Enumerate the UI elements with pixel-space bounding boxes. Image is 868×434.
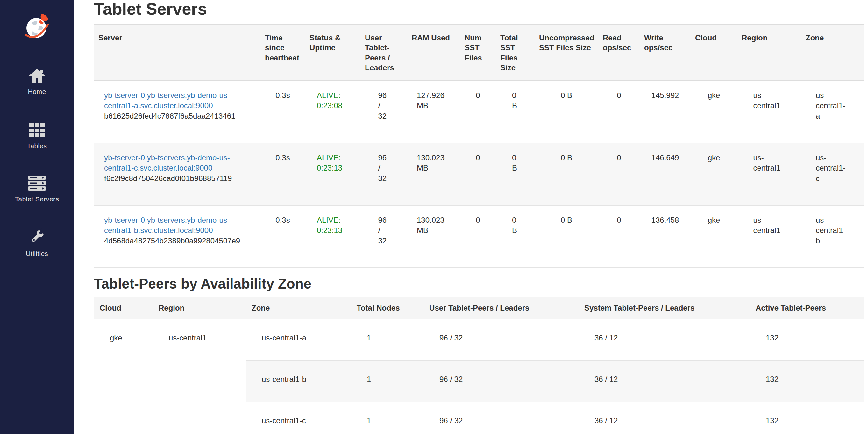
cell-az-user-peers: 96 / 32 [424,319,579,361]
cell-cloud: gke [691,143,737,205]
cell-zone: us-central1-a [801,80,864,143]
cell-uncompressed-sst: 0 B [535,205,598,268]
cell-zone: us-central1-b [801,205,864,268]
cell-az-cloud: gke [94,319,153,434]
tserver-header-row: Server Time since heartbeat Status & Upt… [94,25,864,80]
cell-read-ops: 0 [598,143,640,205]
cell-read-ops: 0 [598,205,640,268]
az-section-title: Tablet-Peers by Availability Zone [94,276,864,292]
tserver-uuid: b61625d26fed4c7887f6a5daa2413461 [104,111,256,121]
col-uncompressed-sst: Uncompressed SST Files Size [535,25,598,80]
cell-az-total-nodes: 1 [351,402,424,434]
cell-status: ALIVE: 0:23:08 [305,80,361,143]
tserver-link[interactable]: yb-tserver-0.yb-tservers.yb-demo-us-cent… [104,215,254,236]
cell-az-zone: us-central1-c [246,402,351,434]
cell-server: yb-tserver-0.yb-tservers.yb-demo-us-cent… [94,205,260,268]
cell-cloud: gke [691,80,737,143]
cell-heartbeat: 0.3s [260,205,305,268]
cell-az-user-peers: 96 / 32 [424,402,579,434]
col-cloud: Cloud [691,25,737,80]
sidebar-item-label: Home [28,88,46,96]
col-user-peers: User Tablet-Peers / Leaders [361,25,407,80]
cell-user-peers: 96 / 32 [361,80,407,143]
tables-icon [28,123,45,139]
cell-status: ALIVE: 0:23:13 [305,205,361,268]
col-ram: RAM Used [407,25,460,80]
az-row: gke us-central1 us-central1-a 1 96 / 32 … [94,319,864,361]
cell-az-zone: us-central1-b [246,361,351,402]
col-az-system-peers: System Tablet-Peers / Leaders [579,297,750,319]
sidebar-item-label: Utilities [26,250,48,258]
cell-ram: 127.926 MB [407,80,460,143]
col-az-total-nodes: Total Nodes [351,297,424,319]
tserver-link[interactable]: yb-tserver-0.yb-tservers.yb-demo-us-cent… [104,153,254,173]
cell-az-user-peers: 96 / 32 [424,361,579,402]
cell-az-system-peers: 36 / 12 [579,361,750,402]
cell-az-zone: us-central1-a [246,319,351,361]
cell-user-peers: 96 / 32 [361,143,407,205]
col-region: Region [737,25,801,80]
col-total-sst: Total SST Files Size [496,25,535,80]
cell-total-sst: 0 B [496,143,535,205]
cell-ram: 130.023 MB [407,143,460,205]
cell-region: us-central1 [737,143,801,205]
yugabyte-logo[interactable] [22,11,52,42]
tserver-uuid: f6c2f9c8d750426cad0f01b968857119 [104,173,256,183]
cell-heartbeat: 0.3s [260,143,305,205]
az-table: Cloud Region Zone Total Nodes User Table… [94,297,864,434]
cell-write-ops: 146.649 [640,143,691,205]
page-title: Tablet Servers [94,0,864,18]
cell-uncompressed-sst: 0 B [535,80,598,143]
sidebar-item-tables[interactable]: Tables [27,123,47,150]
cell-az-active-peers: 132 [750,402,864,434]
tserver-link[interactable]: yb-tserver-0.yb-tservers.yb-demo-us-cent… [104,90,254,111]
col-write-ops: Write ops/sec [640,25,691,80]
col-az-region: Region [153,297,246,319]
col-num-sst: Num SST Files [460,25,496,80]
cell-az-total-nodes: 1 [351,361,424,402]
cell-write-ops: 145.992 [640,80,691,143]
sidebar-item-label: Tablet Servers [15,195,59,203]
planet-rocket-icon [22,11,52,41]
cell-heartbeat: 0.3s [260,80,305,143]
cell-num-sst: 0 [460,205,496,268]
col-read-ops: Read ops/sec [598,25,640,80]
cell-uncompressed-sst: 0 B [535,143,598,205]
col-az-zone: Zone [246,297,351,319]
cell-read-ops: 0 [598,80,640,143]
cell-cloud: gke [691,205,737,268]
tablet-servers-table: Server Time since heartbeat Status & Upt… [94,25,864,268]
cell-write-ops: 136.458 [640,205,691,268]
col-server: Server [94,25,260,80]
cell-az-system-peers: 36 / 12 [579,402,750,434]
tserver-uuid: 4d568da482754b2389b0a992804507e9 [104,236,256,246]
cell-user-peers: 96 / 32 [361,205,407,268]
col-zone: Zone [801,25,864,80]
cell-num-sst: 0 [460,143,496,205]
cell-server: yb-tserver-0.yb-tservers.yb-demo-us-cent… [94,80,260,143]
col-heartbeat: Time since heartbeat [260,25,305,80]
main-content: Tablet Servers Server Time since heartbe… [74,0,868,434]
home-icon [28,68,45,85]
cell-ram: 130.023 MB [407,205,460,268]
cell-status: ALIVE: 0:23:13 [305,143,361,205]
cell-total-sst: 0 B [496,205,535,268]
col-status-uptime: Status & Uptime [305,25,361,80]
cell-region: us-central1 [737,80,801,143]
cell-az-active-peers: 132 [750,319,864,361]
tablet-servers-icon [28,176,46,192]
cell-zone: us-central1-c [801,143,864,205]
col-az-cloud: Cloud [94,297,153,319]
sidebar-item-home[interactable]: Home [28,68,46,96]
sidebar-item-utilities[interactable]: Utilities [26,228,48,258]
cell-az-region: us-central1 [153,319,246,434]
sidebar: Home Tables [0,0,74,434]
tserver-row: yb-tserver-0.yb-tservers.yb-demo-us-cent… [94,143,864,205]
cell-region: us-central1 [737,205,801,268]
sidebar-item-tablet-servers[interactable]: Tablet Servers [15,176,59,203]
col-az-active-peers: Active Tablet-Peers [750,297,864,319]
cell-az-total-nodes: 1 [351,319,424,361]
col-az-user-peers: User Tablet-Peers / Leaders [424,297,579,319]
cell-num-sst: 0 [460,80,496,143]
tserver-row: yb-tserver-0.yb-tservers.yb-demo-us-cent… [94,80,864,143]
